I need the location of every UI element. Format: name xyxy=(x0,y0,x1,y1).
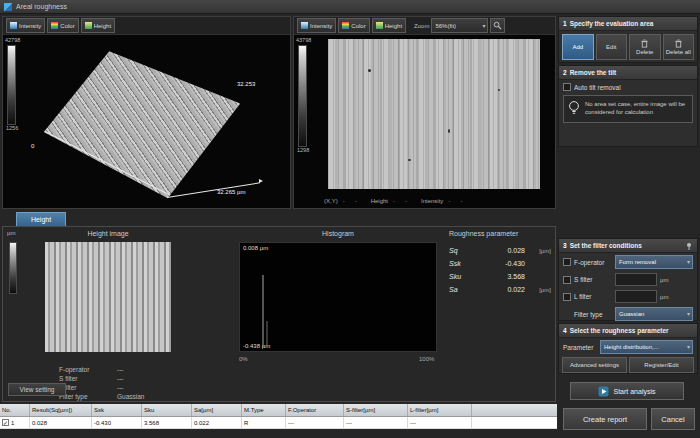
col-header-mtype[interactable]: M.Type xyxy=(242,404,286,416)
section-title: Specify the evaluation area xyxy=(570,20,654,27)
intensity-mode-button[interactable]: Intensity xyxy=(297,18,336,33)
cell-lfilter: --- xyxy=(408,417,472,428)
height-value: - - xyxy=(393,198,407,204)
zoom-select[interactable]: 56%(fit) ▾ xyxy=(431,18,488,33)
param-name: Sa xyxy=(449,286,473,293)
l-filter-unit: µm xyxy=(660,294,668,300)
cell-ssk: -0.430 xyxy=(92,417,142,428)
col-header-sku[interactable]: Sku xyxy=(142,404,192,416)
evaluation-area-buttons: Add Edit Delete xyxy=(559,31,697,63)
filter-type-row: Filter type Guassian ▾ xyxy=(559,305,697,323)
start-analysis-button[interactable]: Start analysis xyxy=(570,382,684,400)
cell-foperator: --- xyxy=(286,417,344,428)
settings-column: 1 Specify the evaluation area Add Edit D… xyxy=(557,14,700,438)
filter-type-select[interactable]: Guassian ▾ xyxy=(615,307,693,321)
height-image[interactable] xyxy=(45,242,171,352)
parameter-row: Parameter Height distribution,... ▾ xyxy=(559,338,697,356)
app-icon xyxy=(4,3,12,11)
col-header-sfilter[interactable]: S-filter[µm] xyxy=(344,404,408,416)
cell-no: 1 xyxy=(11,420,14,426)
filter-type-value: Guassian xyxy=(619,311,644,317)
filter-type-label: Filter type xyxy=(574,311,612,318)
magnifier-button[interactable] xyxy=(490,18,505,33)
l-filter-checkbox[interactable] xyxy=(563,293,571,301)
create-report-label: Create report xyxy=(583,415,627,424)
info-text: No area set case, entire image will be c… xyxy=(585,101,689,117)
param-value: 0.028 xyxy=(473,247,525,254)
color-scale-bar xyxy=(7,45,16,125)
cell-sfilter: --- xyxy=(344,417,408,428)
height-scale-unit: µm xyxy=(7,230,15,236)
add-button[interactable]: Add xyxy=(562,34,594,60)
l-filter-row: L filter µm xyxy=(559,288,697,305)
param-value: -0.430 xyxy=(473,260,525,267)
advanced-settings-button[interactable]: Advanced settings xyxy=(562,357,627,373)
filter-info-row: F-operator --- xyxy=(59,365,209,374)
surface-2d-image[interactable] xyxy=(328,39,540,189)
height-mode-button[interactable]: Height xyxy=(372,18,406,33)
col-header-result-sq[interactable]: Result(Sq[µm]) xyxy=(30,404,92,416)
create-report-button[interactable]: Create report xyxy=(563,408,647,430)
scale-max-label: 42798 xyxy=(5,37,20,43)
auto-tilt-row: Auto tilt removal xyxy=(559,80,697,94)
color-mode-label: Color xyxy=(60,23,74,29)
col-header-lfilter[interactable]: L-filter[µm] xyxy=(408,404,472,416)
l-filter-input[interactable] xyxy=(615,290,657,303)
tab-height[interactable]: Height xyxy=(16,212,66,226)
auto-tilt-label: Auto tilt removal xyxy=(574,84,621,91)
row-checkbox[interactable]: ✓ xyxy=(2,419,9,426)
cell-result-sq: 0.028 xyxy=(30,417,92,428)
start-analysis-icon xyxy=(598,386,609,397)
color-mode-label: Color xyxy=(351,23,365,29)
cell-mtype: R xyxy=(242,417,286,428)
col-header-no[interactable]: No. xyxy=(0,404,30,416)
intensity-icon xyxy=(10,22,17,29)
s-filter-row: S filter µm xyxy=(559,271,697,288)
histogram-title: Histogram xyxy=(239,230,437,237)
axis-arrow-icon xyxy=(259,179,263,183)
filter-value: --- xyxy=(117,366,124,373)
parameter-label: Parameter xyxy=(563,344,597,351)
chevron-down-icon: ▾ xyxy=(687,259,690,265)
scale-max-label: 43798 xyxy=(296,37,311,43)
col-header-ssk[interactable]: Ssk xyxy=(92,404,142,416)
col-header-foperator[interactable]: F.Operator xyxy=(286,404,344,416)
edit-button[interactable]: Edit xyxy=(596,34,628,60)
xy-value: - - xyxy=(343,198,357,204)
parameter-value: Height distribution,... xyxy=(604,344,659,350)
param-unit: [µm] xyxy=(525,248,551,254)
view-2d-panel: Intensity Color Height Zoom 56%(fit) ▾ xyxy=(293,16,556,209)
param-value: 3.568 xyxy=(473,273,525,280)
intensity-mode-label: Intensity xyxy=(19,23,41,29)
s-filter-input[interactable] xyxy=(615,273,657,286)
height-mode-button[interactable]: Height xyxy=(81,18,115,33)
intensity-mode-button[interactable]: Intensity xyxy=(6,18,45,33)
f-operator-value: Form removal xyxy=(619,259,656,265)
axis-z-label: 32.253 xyxy=(237,81,255,87)
register-edit-button[interactable]: Register/Edit xyxy=(629,357,694,373)
auto-tilt-checkbox[interactable] xyxy=(563,83,571,91)
color-mode-button[interactable]: Color xyxy=(47,18,78,33)
table-row[interactable]: ✓ 1 0.028 -0.430 3.568 0.022 R --- --- -… xyxy=(0,417,557,429)
col-header-sa[interactable]: Sa[µm] xyxy=(192,404,242,416)
cancel-button[interactable]: Cancel xyxy=(651,408,695,430)
view-setting-button[interactable]: View setting xyxy=(8,383,66,396)
xy-label: (X,Y) xyxy=(324,198,338,204)
filter-info-row: Filter type Guassian xyxy=(59,392,209,401)
pin-icon[interactable] xyxy=(685,242,693,250)
color-mode-button[interactable]: Color xyxy=(338,18,369,33)
delete-all-button[interactable]: Delete all xyxy=(663,34,695,60)
histogram-bar xyxy=(266,321,268,347)
s-filter-unit: µm xyxy=(660,277,668,283)
f-operator-row: F-operator Form removal ▾ xyxy=(559,253,697,271)
f-operator-checkbox[interactable] xyxy=(563,258,571,266)
view-setting-label: View setting xyxy=(20,386,55,393)
f-operator-select[interactable]: Form removal ▾ xyxy=(615,255,693,269)
color-icon xyxy=(342,22,349,29)
delete-button[interactable]: Delete xyxy=(629,34,661,60)
height-mode-label: Height xyxy=(94,23,111,29)
scale-min-label: 1256 xyxy=(6,125,18,131)
surface-3d-view[interactable]: 0 32.253 32.265 µm xyxy=(39,45,273,203)
parameter-select[interactable]: Height distribution,... ▾ xyxy=(600,340,693,354)
s-filter-checkbox[interactable] xyxy=(563,276,571,284)
